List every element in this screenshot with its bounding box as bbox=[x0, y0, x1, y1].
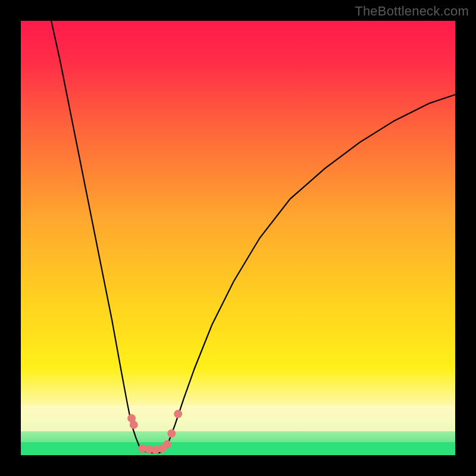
watermark-text: TheBottleneck.com bbox=[355, 4, 469, 19]
gradient-background bbox=[21, 21, 455, 455]
plot-area bbox=[21, 21, 455, 455]
scatter-dot bbox=[174, 410, 182, 418]
chart-frame: TheBottleneck.com bbox=[0, 0, 476, 476]
scatter-dot bbox=[163, 440, 171, 449]
yellow-band bbox=[21, 405, 455, 431]
scatter-dot bbox=[130, 421, 138, 429]
bottleneck-chart bbox=[21, 21, 455, 455]
scatter-dot bbox=[167, 430, 176, 438]
green-band bbox=[21, 442, 455, 455]
